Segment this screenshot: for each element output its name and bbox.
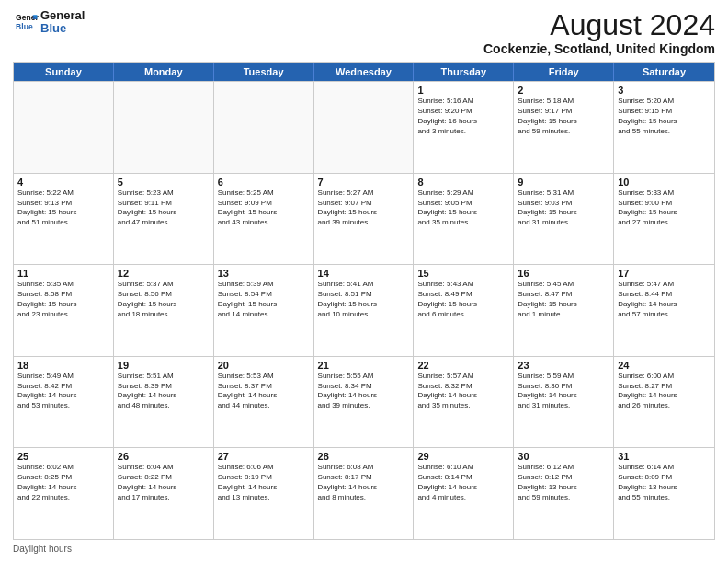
day-info: Sunrise: 5:16 AMSunset: 9:20 PMDaylight:… — [417, 97, 509, 136]
calendar-cell: 13Sunrise: 5:39 AMSunset: 8:54 PMDayligh… — [214, 265, 314, 356]
calendar-cell: 5Sunrise: 5:23 AMSunset: 9:11 PMDaylight… — [114, 174, 214, 265]
day-number: 11 — [17, 268, 109, 279]
calendar-cell: 21Sunrise: 5:55 AMSunset: 8:34 PMDayligh… — [314, 357, 415, 448]
calendar-cell: 17Sunrise: 5:47 AMSunset: 8:44 PMDayligh… — [614, 265, 714, 356]
day-info: Sunrise: 5:39 AMSunset: 8:54 PMDaylight:… — [218, 280, 310, 319]
calendar-cell: 27Sunrise: 6:06 AMSunset: 8:19 PMDayligh… — [214, 448, 314, 539]
header-day-tuesday: Tuesday — [214, 63, 314, 81]
day-number: 1 — [417, 85, 509, 96]
calendar-cell: 8Sunrise: 5:29 AMSunset: 9:05 PMDaylight… — [414, 174, 514, 265]
calendar-row: 1Sunrise: 5:16 AMSunset: 9:20 PMDaylight… — [14, 81, 714, 173]
calendar-cell: 12Sunrise: 5:37 AMSunset: 8:56 PMDayligh… — [114, 265, 214, 356]
calendar: SundayMondayTuesdayWednesdayThursdayFrid… — [13, 62, 715, 540]
calendar-body: 1Sunrise: 5:16 AMSunset: 9:20 PMDaylight… — [14, 81, 714, 539]
day-number: 4 — [17, 177, 109, 188]
day-info: Sunrise: 5:59 AMSunset: 8:30 PMDaylight:… — [518, 372, 609, 411]
calendar-cell — [114, 82, 214, 173]
day-info: Sunrise: 5:53 AMSunset: 8:37 PMDaylight:… — [218, 372, 310, 411]
day-info: Sunrise: 5:23 AMSunset: 9:11 PMDaylight:… — [118, 189, 210, 228]
calendar-cell: 19Sunrise: 5:51 AMSunset: 8:39 PMDayligh… — [114, 357, 214, 448]
day-info: Sunrise: 5:47 AMSunset: 8:44 PMDaylight:… — [618, 280, 711, 319]
day-number: 10 — [618, 177, 711, 188]
day-info: Sunrise: 6:10 AMSunset: 8:14 PMDaylight:… — [417, 463, 509, 502]
calendar-row: 25Sunrise: 6:02 AMSunset: 8:25 PMDayligh… — [14, 447, 714, 539]
calendar-cell: 4Sunrise: 5:22 AMSunset: 9:13 PMDaylight… — [14, 174, 114, 265]
calendar-cell: 23Sunrise: 5:59 AMSunset: 8:30 PMDayligh… — [514, 357, 614, 448]
calendar-cell: 25Sunrise: 6:02 AMSunset: 8:25 PMDayligh… — [14, 448, 114, 539]
day-number: 19 — [118, 360, 210, 371]
calendar-cell — [314, 82, 415, 173]
page: General Blue General Blue August 2024 Co… — [0, 0, 728, 563]
header-day-wednesday: Wednesday — [314, 63, 415, 81]
day-number: 3 — [618, 85, 711, 96]
day-info: Sunrise: 5:25 AMSunset: 9:09 PMDaylight:… — [218, 189, 310, 228]
day-number: 21 — [318, 360, 410, 371]
day-number: 15 — [417, 268, 509, 279]
calendar-cell: 7Sunrise: 5:27 AMSunset: 9:07 PMDaylight… — [314, 174, 415, 265]
day-number: 30 — [518, 451, 609, 462]
day-number: 17 — [618, 268, 711, 279]
day-number: 31 — [618, 451, 711, 462]
calendar-cell: 18Sunrise: 5:49 AMSunset: 8:42 PMDayligh… — [14, 357, 114, 448]
calendar-cell: 1Sunrise: 5:16 AMSunset: 9:20 PMDaylight… — [414, 82, 514, 173]
day-number: 20 — [218, 360, 310, 371]
calendar-cell: 3Sunrise: 5:20 AMSunset: 9:15 PMDaylight… — [614, 82, 714, 173]
day-number: 29 — [417, 451, 509, 462]
calendar-cell: 29Sunrise: 6:10 AMSunset: 8:14 PMDayligh… — [414, 448, 514, 539]
svg-text:Blue: Blue — [16, 22, 33, 31]
day-info: Sunrise: 6:00 AMSunset: 8:27 PMDaylight:… — [618, 372, 711, 411]
calendar-cell: 22Sunrise: 5:57 AMSunset: 8:32 PMDayligh… — [414, 357, 514, 448]
logo: General Blue General Blue — [13, 9, 85, 36]
day-info: Sunrise: 5:22 AMSunset: 9:13 PMDaylight:… — [17, 189, 109, 228]
footer: Daylight hours — [13, 544, 715, 554]
title-block: August 2024 Cockenzie, Scotland, United … — [483, 9, 715, 56]
day-info: Sunrise: 6:08 AMSunset: 8:17 PMDaylight:… — [318, 463, 410, 502]
day-number: 25 — [17, 451, 109, 462]
day-info: Sunrise: 5:43 AMSunset: 8:49 PMDaylight:… — [417, 280, 509, 319]
subtitle: Cockenzie, Scotland, United Kingdom — [483, 41, 715, 56]
day-number: 14 — [318, 268, 410, 279]
day-info: Sunrise: 5:57 AMSunset: 8:32 PMDaylight:… — [417, 372, 509, 411]
calendar-cell: 24Sunrise: 6:00 AMSunset: 8:27 PMDayligh… — [614, 357, 714, 448]
header: General Blue General Blue August 2024 Co… — [13, 9, 715, 56]
calendar-cell: 30Sunrise: 6:12 AMSunset: 8:12 PMDayligh… — [514, 448, 614, 539]
day-info: Sunrise: 6:12 AMSunset: 8:12 PMDaylight:… — [518, 463, 609, 502]
logo-icon: General Blue — [13, 9, 39, 35]
calendar-cell — [14, 82, 114, 173]
calendar-cell: 10Sunrise: 5:33 AMSunset: 9:00 PMDayligh… — [614, 174, 714, 265]
day-number: 23 — [518, 360, 609, 371]
day-info: Sunrise: 5:37 AMSunset: 8:56 PMDaylight:… — [118, 280, 210, 319]
day-info: Sunrise: 5:35 AMSunset: 8:58 PMDaylight:… — [17, 280, 109, 319]
day-number: 26 — [118, 451, 210, 462]
day-info: Sunrise: 5:51 AMSunset: 8:39 PMDaylight:… — [118, 372, 210, 411]
day-info: Sunrise: 6:06 AMSunset: 8:19 PMDaylight:… — [218, 463, 310, 502]
calendar-cell: 11Sunrise: 5:35 AMSunset: 8:58 PMDayligh… — [14, 265, 114, 356]
day-number: 13 — [218, 268, 310, 279]
day-info: Sunrise: 5:41 AMSunset: 8:51 PMDaylight:… — [318, 280, 410, 319]
calendar-row: 18Sunrise: 5:49 AMSunset: 8:42 PMDayligh… — [14, 356, 714, 448]
logo-blue: Blue — [40, 22, 85, 35]
calendar-cell — [214, 82, 314, 173]
day-info: Sunrise: 6:04 AMSunset: 8:22 PMDaylight:… — [118, 463, 210, 502]
day-info: Sunrise: 5:31 AMSunset: 9:03 PMDaylight:… — [518, 189, 609, 228]
calendar-cell: 20Sunrise: 5:53 AMSunset: 8:37 PMDayligh… — [214, 357, 314, 448]
day-info: Sunrise: 5:33 AMSunset: 9:00 PMDaylight:… — [618, 189, 711, 228]
day-info: Sunrise: 5:55 AMSunset: 8:34 PMDaylight:… — [318, 372, 410, 411]
calendar-cell: 14Sunrise: 5:41 AMSunset: 8:51 PMDayligh… — [314, 265, 415, 356]
footer-label: Daylight hours — [13, 544, 72, 554]
day-number: 8 — [417, 177, 509, 188]
day-info: Sunrise: 5:27 AMSunset: 9:07 PMDaylight:… — [318, 189, 410, 228]
header-day-thursday: Thursday — [414, 63, 514, 81]
day-number: 18 — [17, 360, 109, 371]
day-number: 24 — [618, 360, 711, 371]
day-number: 6 — [218, 177, 310, 188]
header-day-monday: Monday — [114, 63, 214, 81]
calendar-cell: 28Sunrise: 6:08 AMSunset: 8:17 PMDayligh… — [314, 448, 415, 539]
day-number: 27 — [218, 451, 310, 462]
day-number: 2 — [518, 85, 609, 96]
calendar-cell: 15Sunrise: 5:43 AMSunset: 8:49 PMDayligh… — [414, 265, 514, 356]
calendar-cell: 9Sunrise: 5:31 AMSunset: 9:03 PMDaylight… — [514, 174, 614, 265]
day-info: Sunrise: 5:20 AMSunset: 9:15 PMDaylight:… — [618, 97, 711, 136]
calendar-cell: 6Sunrise: 5:25 AMSunset: 9:09 PMDaylight… — [214, 174, 314, 265]
header-day-friday: Friday — [514, 63, 614, 81]
